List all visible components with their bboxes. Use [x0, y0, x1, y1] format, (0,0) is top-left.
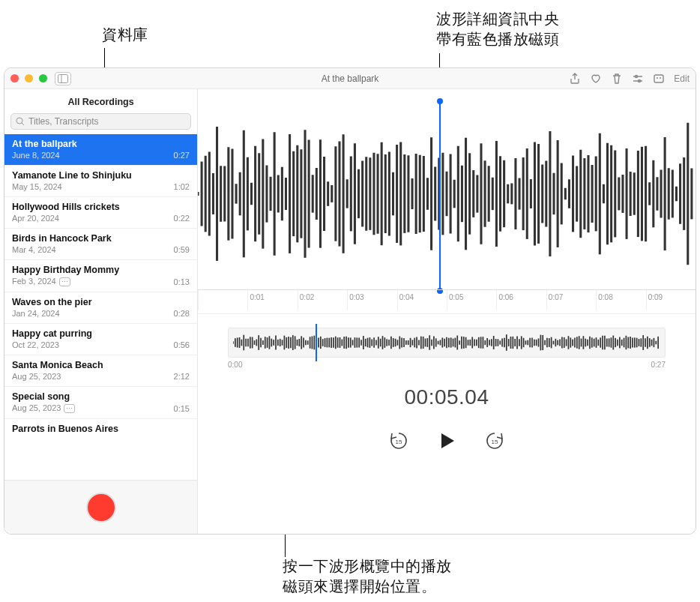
- favorite-icon[interactable]: [590, 73, 602, 85]
- list-item-duration: 2:12: [174, 372, 190, 381]
- svg-point-5: [16, 118, 22, 124]
- list-item[interactable]: Santa Monica BeachAug 25, 20232:12: [4, 355, 197, 387]
- recordings-list: At the ballparkJune 8, 20240:27Yamanote …: [4, 134, 197, 480]
- sidebar-toggle-button[interactable]: [55, 72, 71, 85]
- sidebar-footer: [4, 480, 197, 534]
- list-item-title: At the ballpark: [12, 139, 190, 149]
- playhead-detail[interactable]: [439, 101, 441, 291]
- list-item[interactable]: Happy cat purringOct 22, 20230:56: [4, 324, 197, 355]
- svg-text:15: 15: [396, 439, 402, 445]
- playhead-overview[interactable]: [316, 324, 317, 361]
- overview-end: 0:27: [651, 361, 666, 369]
- list-item-title: Special song: [12, 391, 190, 402]
- callout-playhead: 波形詳細資訊中央 帶有藍色播放磁頭: [436, 9, 559, 49]
- minimize-window[interactable]: [25, 74, 33, 82]
- list-item-date: Oct 22, 2023: [12, 340, 59, 349]
- list-item-duration: 0:28: [174, 309, 190, 318]
- callout-overview: 按一下波形概覽中的播放 磁頭來選擇開始位置。: [283, 556, 452, 597]
- list-item-duration: 0:13: [174, 277, 190, 286]
- search-input[interactable]: Titles, Transcripts: [10, 113, 191, 130]
- overview-labels: 0:00 0:27: [228, 361, 666, 369]
- traffic-lights: [10, 74, 47, 82]
- titlebar: At the ballpark Edit: [4, 68, 696, 89]
- forward-15-button[interactable]: 15: [484, 430, 505, 451]
- list-item[interactable]: Hollywood Hills cricketsApr 20, 20240:22: [4, 197, 197, 229]
- list-item-duration: 0:59: [174, 245, 190, 254]
- list-item-title: Happy cat purring: [12, 328, 190, 339]
- timeline: 0:010:020:030:040:050:060:070:080:09: [198, 289, 696, 310]
- current-time: 00:05.04: [198, 385, 696, 409]
- waveform-detail[interactable]: 0:010:020:030:040:050:060:070:080:09: [198, 89, 696, 314]
- list-item-date: Aug 25, 2023: [12, 372, 61, 381]
- overview-start: 0:00: [228, 361, 242, 369]
- list-item-duration: 0:15: [174, 404, 190, 413]
- list-item-date: May 15, 2024: [12, 182, 62, 191]
- list-item[interactable]: Happy Birthday MommyFeb 3, 2024⋯0:13: [4, 260, 197, 292]
- list-item[interactable]: Yamanote Line to ShinjukuMay 15, 20241:0…: [4, 166, 197, 197]
- svg-rect-4: [654, 75, 663, 82]
- list-item-title: Parrots in Buenos Aires: [12, 424, 190, 434]
- close-window[interactable]: [10, 74, 19, 82]
- list-item[interactable]: Waves on the pierJan 24, 20240:28: [4, 292, 197, 324]
- list-item-duration: 0:22: [174, 214, 190, 223]
- record-button[interactable]: [86, 493, 116, 523]
- list-item-title: Waves on the pier: [12, 297, 190, 307]
- transcript-badge-icon: ⋯: [64, 404, 75, 413]
- svg-line-6: [22, 123, 24, 125]
- list-item-date: Aug 25, 2023⋯: [12, 403, 75, 413]
- list-item-title: Happy Birthday Mommy: [12, 265, 190, 275]
- search-placeholder: Titles, Transcripts: [28, 116, 99, 127]
- list-item-title: Santa Monica Beach: [12, 360, 190, 370]
- list-item-title: Hollywood Hills crickets: [12, 202, 190, 212]
- rewind-15-button[interactable]: 15: [388, 430, 409, 451]
- maximize-window[interactable]: [39, 74, 47, 82]
- share-icon[interactable]: [569, 73, 581, 85]
- adjustments-icon[interactable]: [632, 73, 644, 85]
- list-item-duration: 1:02: [174, 182, 190, 191]
- list-item-date: Apr 20, 2024: [12, 214, 59, 223]
- waveform-overview[interactable]: [228, 328, 666, 358]
- waveform-svg: [198, 104, 696, 283]
- transcript-badge-icon: ⋯: [59, 277, 70, 286]
- list-item[interactable]: At the ballparkJune 8, 20240:27: [4, 134, 197, 166]
- edit-button[interactable]: Edit: [674, 73, 690, 84]
- callout-library: 資料庫: [102, 25, 148, 45]
- list-item-date: Mar 4, 2024: [12, 245, 56, 254]
- app-window: At the ballpark Edit All Recordings Titl…: [4, 67, 696, 535]
- list-item-date: Feb 3, 2024⋯: [12, 277, 70, 286]
- trash-icon[interactable]: [611, 73, 623, 85]
- list-item-title: Birds in Hancock Park: [12, 233, 190, 244]
- svg-rect-0: [58, 74, 68, 82]
- sidebar: All Recordings Titles, Transcripts At th…: [4, 89, 198, 534]
- list-item[interactable]: Birds in Hancock ParkMar 4, 20240:59: [4, 229, 197, 260]
- sidebar-header: All Recordings: [4, 89, 197, 113]
- svg-marker-338: [441, 433, 454, 448]
- list-item-date: June 8, 2024: [12, 151, 60, 160]
- list-item-duration: 0:27: [174, 151, 190, 160]
- main-panel: 0:010:020:030:040:050:060:070:080:09 0:0…: [198, 89, 696, 534]
- play-button[interactable]: [436, 430, 457, 451]
- callout-line: [104, 48, 105, 67]
- transcript-icon[interactable]: [653, 73, 665, 85]
- list-item[interactable]: Special songAug 25, 2023⋯0:15: [4, 387, 197, 419]
- list-item[interactable]: Parrots in Buenos Aires: [4, 419, 197, 441]
- search-icon: [16, 117, 25, 126]
- list-item-title: Yamanote Line to Shinjuku: [12, 170, 190, 181]
- overview-svg: [233, 333, 660, 352]
- list-item-date: Jan 24, 2024: [12, 309, 60, 318]
- svg-text:15: 15: [492, 439, 498, 445]
- list-item-duration: 0:56: [174, 340, 190, 349]
- playback-controls: 15 15: [198, 430, 696, 451]
